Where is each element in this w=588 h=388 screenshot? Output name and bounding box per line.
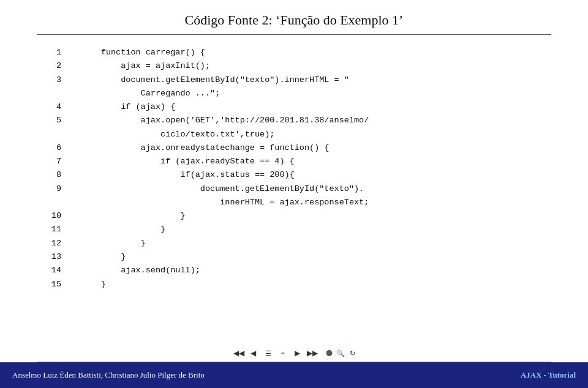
line-number: 15 bbox=[37, 278, 61, 291]
line-content: } bbox=[61, 250, 551, 264]
line-content: } bbox=[61, 278, 551, 291]
line-content: if (ajax) { bbox=[61, 100, 551, 114]
footer-author: Anselmo Luiz Éden Battisti, Christiano J… bbox=[12, 370, 205, 380]
code-line: ciclo/texto.txt',true); bbox=[37, 128, 551, 141]
code-line: 1 function carregar() { bbox=[37, 46, 551, 59]
line-number: 2 bbox=[37, 59, 61, 73]
line-number: 8 bbox=[37, 168, 61, 182]
line-number: 7 bbox=[37, 155, 61, 168]
code-line: Carregando ..."; bbox=[37, 87, 551, 100]
line-number bbox=[37, 196, 61, 209]
line-content: } bbox=[61, 237, 551, 250]
line-number: 12 bbox=[37, 237, 61, 250]
line-content: function carregar() { bbox=[61, 46, 551, 59]
code-line: 2 ajax = ajaxInit(); bbox=[37, 59, 551, 73]
nav-circle bbox=[326, 350, 333, 356]
line-content: if(ajax.status == 200){ bbox=[61, 168, 551, 182]
line-number: 10 bbox=[37, 209, 61, 223]
code-line: 11 } bbox=[37, 223, 551, 236]
code-line: innerHTML = ajax.responseText; bbox=[37, 196, 551, 209]
line-content: Carregando ..."; bbox=[61, 87, 551, 100]
code-line: 3 document.getElementById("texto").inner… bbox=[37, 73, 551, 87]
line-number: 11 bbox=[37, 223, 61, 236]
nav-extra[interactable]: ↻ bbox=[350, 349, 355, 357]
nav-next[interactable]: ▶ bbox=[292, 349, 303, 357]
code-table: 1 function carregar() {2 ajax = ajaxInit… bbox=[37, 46, 551, 291]
line-number: 1 bbox=[37, 46, 61, 59]
code-line: 4 if (ajax) { bbox=[37, 100, 551, 114]
code-line: 10 } bbox=[37, 209, 551, 223]
code-line: 12 } bbox=[37, 237, 551, 250]
footer: Anselmo Luiz Éden Battisti, Christiano J… bbox=[0, 362, 588, 388]
line-number: 3 bbox=[37, 73, 61, 87]
line-content: document.getElementById("texto").innerHT… bbox=[61, 73, 551, 87]
code-line: 15 } bbox=[37, 278, 551, 291]
nav-next-next[interactable]: ▶▶ bbox=[307, 349, 318, 357]
footer-nav: ◀◀ ◀ ☰ ≡ ▶ ▶▶ 🔍 ↻ bbox=[233, 349, 355, 357]
nav-list2[interactable]: ≡ bbox=[277, 349, 288, 357]
footer-title: AJAX - Tutorial bbox=[521, 370, 576, 380]
code-line: 6 ajax.onreadystatechange = function() { bbox=[37, 141, 551, 155]
code-line: 7 if (ajax.readyState == 4) { bbox=[37, 155, 551, 168]
line-content: } bbox=[61, 209, 551, 223]
code-line: 14 ajax.send(null); bbox=[37, 264, 551, 277]
line-content: ciclo/texto.txt',true); bbox=[61, 128, 551, 141]
nav-search[interactable]: 🔍 bbox=[336, 349, 345, 357]
line-number: 6 bbox=[37, 141, 61, 155]
line-content: ajax.onreadystatechange = function() { bbox=[61, 141, 551, 155]
slide-title: Código Fonte 2: ‘Função do Exemplo 1’ bbox=[37, 12, 551, 35]
line-number: 9 bbox=[37, 182, 61, 196]
line-content: if (ajax.readyState == 4) { bbox=[61, 155, 551, 168]
nav-prev-prev[interactable]: ◀◀ bbox=[233, 349, 244, 357]
line-number: 13 bbox=[37, 250, 61, 264]
nav-prev[interactable]: ◀ bbox=[248, 349, 259, 357]
line-number bbox=[37, 128, 61, 141]
slide: Código Fonte 2: ‘Função do Exemplo 1’ 1 … bbox=[0, 0, 588, 388]
line-content: ajax.open('GET','http://200.201.81.38/an… bbox=[61, 114, 551, 127]
line-number bbox=[37, 87, 61, 100]
line-content: } bbox=[61, 223, 551, 236]
code-line: 5 ajax.open('GET','http://200.201.81.38/… bbox=[37, 114, 551, 127]
line-number: 14 bbox=[37, 264, 61, 277]
code-block: 1 function carregar() {2 ajax = ajaxInit… bbox=[37, 46, 551, 356]
line-number: 4 bbox=[37, 100, 61, 114]
line-content: document.getElementById("texto"). bbox=[61, 182, 551, 196]
line-content: innerHTML = ajax.responseText; bbox=[61, 196, 551, 209]
main-content: Código Fonte 2: ‘Função do Exemplo 1’ 1 … bbox=[0, 0, 588, 362]
code-line: 8 if(ajax.status == 200){ bbox=[37, 168, 551, 182]
line-content: ajax.send(null); bbox=[61, 264, 551, 277]
line-number: 5 bbox=[37, 114, 61, 127]
code-line: 9 document.getElementById("texto"). bbox=[37, 182, 551, 196]
nav-list[interactable]: ☰ bbox=[263, 349, 274, 357]
code-line: 13 } bbox=[37, 250, 551, 264]
line-content: ajax = ajaxInit(); bbox=[61, 59, 551, 73]
